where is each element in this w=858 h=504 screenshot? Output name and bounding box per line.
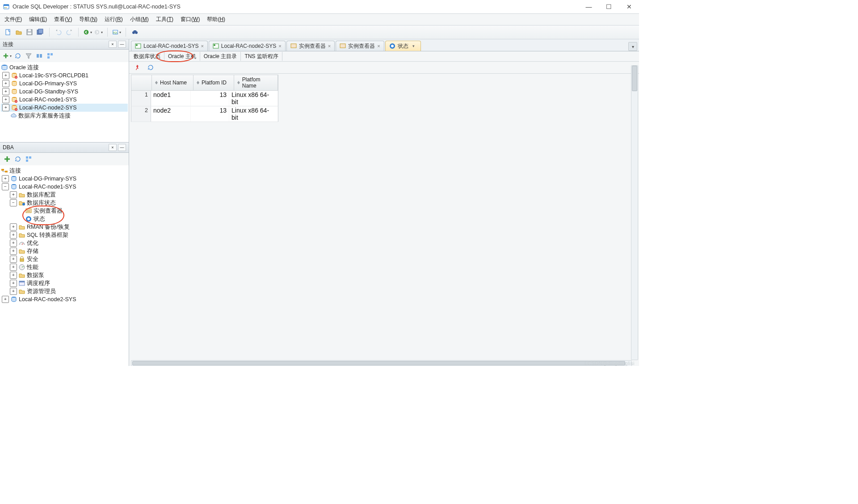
tab-instance-viewer-1[interactable]: 实例查看器 × <box>286 41 335 51</box>
pin-icon[interactable] <box>133 63 142 72</box>
tree-item[interactable]: Local-19c-SYS-ORCLPDB1 <box>19 72 88 80</box>
table-row[interactable]: 2 node2 13 Linux x86 64-bit <box>131 106 278 122</box>
expand-toggle[interactable]: + <box>2 88 9 95</box>
menu-help[interactable]: 帮助(H) <box>207 16 225 23</box>
tree-item[interactable]: Local-DG-Standby-SYS <box>19 88 78 96</box>
tabs-overflow-icon[interactable]: ▾ <box>628 42 637 51</box>
expand-toggle[interactable]: + <box>10 231 17 239</box>
expand-toggle[interactable]: + <box>10 288 17 295</box>
sub-tab-oracle-host[interactable]: Oracle 主机 <box>164 52 200 61</box>
menu-view[interactable]: 查看(V) <box>54 16 72 23</box>
tab-status-active[interactable]: 状态 ▾ <box>385 41 421 51</box>
tree-item-status[interactable]: 状态 <box>34 215 45 223</box>
tree-item[interactable]: 优化 <box>27 239 38 247</box>
undo-icon[interactable] <box>54 28 63 37</box>
sub-tab-db-status[interactable]: 数据库状态 <box>130 52 164 61</box>
menu-tools[interactable]: 工具(T) <box>156 16 173 23</box>
add-icon[interactable] <box>3 155 12 164</box>
column-header-host-name[interactable]: Host Name <box>152 75 193 90</box>
back-icon[interactable]: ▾ <box>83 28 92 37</box>
expand-toggle[interactable]: + <box>10 272 17 279</box>
refresh-icon[interactable] <box>13 51 22 60</box>
tree-item[interactable]: Local-RAC-node2-SYS <box>19 296 76 303</box>
window-close-button[interactable]: ✕ <box>619 0 639 13</box>
tree-item[interactable]: 存储 <box>27 248 38 255</box>
expand-icon[interactable] <box>46 51 55 60</box>
window-minimize-button[interactable]: — <box>579 0 599 13</box>
menu-run[interactable]: 运行(R) <box>105 16 123 23</box>
tab-dropdown-icon[interactable]: ▾ <box>411 43 417 49</box>
menu-window[interactable]: 窗口(W) <box>181 16 200 23</box>
expand-toggle[interactable]: + <box>2 296 9 303</box>
tree-item[interactable]: Local-RAC-node1-SYS <box>19 183 76 191</box>
menu-team[interactable]: 小组(M) <box>130 16 149 23</box>
expand-toggle[interactable]: + <box>2 80 9 87</box>
panel-close-icon[interactable]: × <box>109 41 117 48</box>
panel-minimize-icon[interactable]: — <box>118 41 126 48</box>
open-file-icon[interactable] <box>14 28 23 37</box>
tree-item[interactable]: 安全 <box>27 256 38 263</box>
tab-connection-2[interactable]: Local-RAC-node2-SYS × <box>209 41 286 51</box>
tab-connection-1[interactable]: Local-RAC-node1-SYS × <box>131 41 208 51</box>
tree-item[interactable]: 数据库状态 <box>27 199 56 207</box>
tree-item[interactable]: Local-DG-Primary-SYS <box>19 80 77 88</box>
expand-icon[interactable] <box>24 155 33 164</box>
tree-item[interactable]: RMAN 备份/恢复 <box>27 223 70 231</box>
tab-close-icon[interactable]: × <box>201 43 203 49</box>
menu-edit[interactable]: 编辑(E) <box>29 16 47 23</box>
sub-tab-oracle-home[interactable]: Oracle 主目录 <box>200 52 241 61</box>
collapse-toggle[interactable]: − <box>10 199 17 206</box>
expand-toggle[interactable]: + <box>2 175 9 182</box>
sql-worksheet-icon[interactable]: SQL▾ <box>112 28 121 37</box>
window-maximize-button[interactable]: ☐ <box>599 0 619 13</box>
new-file-icon[interactable] <box>4 28 13 37</box>
tree-item[interactable]: 性能 <box>27 264 38 271</box>
expand-toggle[interactable]: + <box>2 96 9 103</box>
column-header-platform-name[interactable]: Platfom Name <box>234 75 278 90</box>
expand-toggle[interactable]: + <box>10 239 17 247</box>
expand-toggle[interactable]: + <box>2 104 9 111</box>
tree-item[interactable]: SQL 转换器框架 <box>27 231 68 239</box>
tns-icon[interactable] <box>35 51 44 60</box>
tree-item[interactable]: Local-DG-Primary-SYS <box>19 175 76 183</box>
tab-instance-viewer-2[interactable]: 实例查看器 × <box>336 41 384 51</box>
column-header-platform-id[interactable]: Platfom ID <box>193 75 234 90</box>
tree-item[interactable]: 数据泵 <box>27 272 44 279</box>
expand-toggle[interactable]: + <box>10 223 17 231</box>
tree-item[interactable]: 调度程序 <box>27 280 50 287</box>
tree-item[interactable]: 资源管理员 <box>27 288 56 295</box>
binoculars-icon[interactable] <box>130 28 139 37</box>
tree-item[interactable]: Local-RAC-node2-SYS <box>19 104 77 112</box>
refresh-icon[interactable] <box>146 63 155 72</box>
menu-file[interactable]: 文件(F) <box>4 16 22 23</box>
vertical-scrollbar[interactable] <box>631 65 638 360</box>
sub-tab-tns-listener[interactable]: TNS 监听程序 <box>241 52 282 61</box>
forward-icon[interactable]: ▾ <box>94 28 103 37</box>
save-all-icon[interactable] <box>36 28 45 37</box>
panel-minimize-icon[interactable]: — <box>118 144 126 151</box>
collapse-toggle[interactable]: − <box>2 183 9 190</box>
filter-icon[interactable] <box>24 51 33 60</box>
tree-item[interactable]: Local-RAC-node1-SYS <box>19 96 77 104</box>
tree-item[interactable]: 数据库方案服务连接 <box>18 112 71 120</box>
expand-toggle[interactable]: + <box>10 264 17 271</box>
expand-toggle[interactable]: + <box>2 72 9 79</box>
panel-close-icon[interactable]: × <box>109 144 117 151</box>
tab-close-icon[interactable]: × <box>377 43 380 49</box>
tab-close-icon[interactable]: × <box>328 43 331 49</box>
tree-item[interactable]: 实例查看器 <box>34 207 63 215</box>
expand-toggle[interactable]: + <box>10 280 17 287</box>
save-icon[interactable] <box>25 28 34 37</box>
refresh-icon[interactable] <box>13 155 22 164</box>
menu-navigate[interactable]: 导航(N) <box>79 16 97 23</box>
expand-toggle[interactable]: + <box>10 248 17 255</box>
table-row[interactable]: 1 node1 13 Linux x86 64-bit <box>131 91 278 106</box>
expand-toggle[interactable]: + <box>10 256 17 263</box>
expand-toggle[interactable]: + <box>10 191 17 198</box>
new-connection-icon[interactable]: ▾ <box>3 51 12 60</box>
tab-close-icon[interactable]: × <box>278 43 281 49</box>
tree-item[interactable]: 数据库配置 <box>27 191 56 199</box>
horizontal-scrollbar[interactable] <box>131 360 632 366</box>
dba-tree[interactable]: 连接 +Local-DG-Primary-SYS −Local-RAC-node… <box>0 165 129 366</box>
redo-icon[interactable] <box>65 28 74 37</box>
